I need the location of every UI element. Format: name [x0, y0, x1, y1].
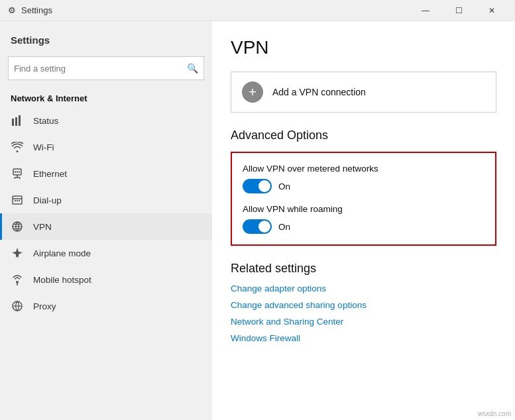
- advanced-options-box: Allow VPN over metered networks On Allow…: [231, 152, 496, 246]
- search-box[interactable]: 🔍: [8, 56, 204, 80]
- related-link-0[interactable]: Change adapter options: [231, 284, 496, 293]
- sidebar-item-vpn[interactable]: VPN: [0, 213, 212, 240]
- sidebar-item-ethernet[interactable]: Ethernet: [0, 160, 212, 187]
- sidebar-item-proxy[interactable]: Proxy: [0, 293, 212, 319]
- svg-rect-13: [15, 200, 16, 201]
- page-title: VPN: [231, 37, 496, 58]
- toggle-metered-state: On: [278, 182, 290, 191]
- wifi-icon: [11, 140, 24, 154]
- related-heading: Related settings: [231, 262, 496, 276]
- status-icon: [11, 114, 24, 127]
- search-input[interactable]: [14, 64, 187, 74]
- hotspot-icon: [11, 273, 24, 286]
- sidebar-item-airplane-label: Airplane mode: [33, 248, 91, 258]
- titlebar-title: Settings: [21, 5, 52, 15]
- toggle-metered-label: Allow VPN over metered networks: [243, 164, 485, 174]
- titlebar: ⚙ Settings — ☐ ✕: [0, 0, 515, 21]
- close-button[interactable]: ✕: [477, 0, 507, 21]
- sidebar: Settings 🔍 Network & Internet Status: [0, 21, 212, 420]
- sidebar-item-vpn-label: VPN: [33, 222, 52, 232]
- airplane-icon: [11, 246, 24, 260]
- sidebar-item-status-label: Status: [33, 116, 58, 126]
- related-link-3[interactable]: Windows Firewall: [231, 333, 496, 343]
- app-body: Settings 🔍 Network & Internet Status: [0, 21, 515, 420]
- vpn-icon: [11, 220, 24, 233]
- sidebar-item-wifi-label: Wi-Fi: [33, 142, 54, 152]
- sidebar-item-proxy-label: Proxy: [33, 301, 56, 311]
- advanced-heading: Advanced Options: [231, 129, 496, 142]
- toggle-metered-switch[interactable]: [243, 179, 272, 193]
- sidebar-item-dialup[interactable]: Dial-up: [0, 187, 212, 213]
- sidebar-item-ethernet-label: Ethernet: [33, 169, 67, 179]
- titlebar-controls: — ☐ ✕: [410, 0, 507, 21]
- toggle-roaming-control: On: [243, 219, 485, 234]
- sidebar-item-wifi[interactable]: Wi-Fi: [0, 134, 212, 160]
- search-icon[interactable]: 🔍: [187, 63, 198, 74]
- sidebar-header: Settings: [0, 21, 212, 51]
- minimize-button[interactable]: —: [410, 0, 441, 21]
- svg-rect-1: [15, 117, 17, 126]
- related-link-2[interactable]: Network and Sharing Center: [231, 317, 496, 327]
- toggle-roaming-row: Allow VPN while roaming On: [243, 204, 485, 234]
- dialup-icon: [11, 193, 24, 207]
- proxy-icon: [11, 299, 24, 313]
- content-area: VPN + Add a VPN connection Advanced Opti…: [212, 21, 515, 420]
- toggle-metered-control: On: [243, 179, 485, 193]
- toggle-roaming-switch[interactable]: [243, 219, 272, 234]
- related-link-1[interactable]: Change advanced sharing options: [231, 300, 496, 310]
- section-label: Network & Internet: [0, 88, 212, 107]
- ethernet-icon: [11, 167, 24, 180]
- svg-rect-15: [19, 200, 20, 201]
- watermark: wsxdn.com: [478, 410, 511, 417]
- toggle-roaming-label: Allow VPN while roaming: [243, 204, 485, 214]
- toggle-roaming-state: On: [278, 222, 290, 232]
- sidebar-item-hotspot-label: Mobile hotspot: [33, 275, 91, 285]
- add-vpn-button[interactable]: + Add a VPN connection: [231, 72, 496, 113]
- add-vpn-label: Add a VPN connection: [272, 87, 366, 97]
- maximize-button[interactable]: ☐: [443, 0, 474, 21]
- svg-rect-2: [19, 115, 21, 126]
- sidebar-item-airplane[interactable]: Airplane mode: [0, 240, 212, 266]
- titlebar-title-area: ⚙ Settings: [8, 5, 52, 15]
- sidebar-item-hotspot[interactable]: Mobile hotspot: [0, 266, 212, 293]
- plus-icon: +: [242, 81, 263, 103]
- sidebar-item-dialup-label: Dial-up: [33, 195, 62, 205]
- toggle-metered-row: Allow VPN over metered networks On: [243, 164, 485, 193]
- svg-rect-14: [17, 200, 18, 201]
- sidebar-item-status[interactable]: Status: [0, 107, 212, 134]
- svg-rect-0: [12, 119, 14, 126]
- settings-gear-icon: ⚙: [8, 5, 16, 15]
